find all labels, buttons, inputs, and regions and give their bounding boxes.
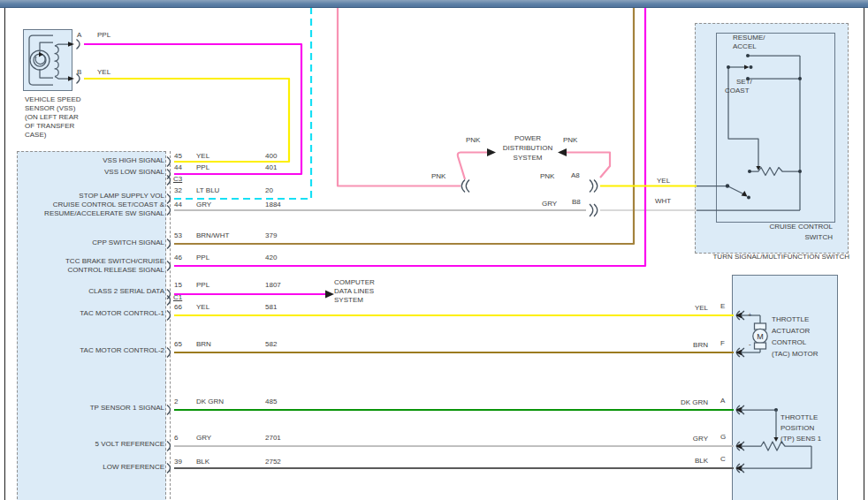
pcm-signal-label: LOW REFERENCE: [103, 463, 164, 471]
cruise-switch-name: CRUISE CONTROL: [769, 223, 833, 231]
wire-circuit-label: 485: [265, 398, 277, 405]
computer-data-lines-title: SYSTEM: [334, 296, 363, 304]
wire-color-label: PPL: [196, 281, 209, 289]
pcm-connector-c3-label: C3: [173, 175, 182, 183]
wire-pin-label: 6: [174, 434, 178, 442]
tp-sensor-name: (TP) SENS 1: [780, 435, 821, 443]
tac-motor-symbol: M: [741, 315, 767, 352]
terminal-letter-label: C: [720, 455, 726, 463]
wire-circuit-label: 2701: [265, 434, 281, 442]
tac-motor-name: THROTTLE: [772, 315, 809, 323]
set-coast-label: COAST: [725, 87, 750, 95]
wire-pin-label: 53: [174, 231, 182, 239]
wire-color-label: DK GRN: [196, 398, 224, 405]
pcm-signal-label: CPP SWITCH SIGNAL: [92, 239, 164, 246]
wire-pin-label: 39: [174, 458, 182, 466]
resume-accel-label: ACCEL: [733, 42, 757, 50]
wire-pin-label: 45: [174, 152, 182, 160]
wire-pin-label: 32: [174, 186, 182, 194]
terminal-wire-color-label: BLK: [695, 457, 708, 465]
pcm-connector-c1-label: C1: [173, 293, 182, 301]
vss-wire-a-color-label: PPL: [97, 31, 110, 39]
wire-pin-label: 46: [174, 254, 182, 261]
tac-motor-name: ACTUATOR: [772, 327, 810, 335]
vss-terminal-a-label: A: [77, 31, 81, 39]
pcm-signal-label: CLASS 2 SERIAL DATA: [88, 287, 164, 295]
wire-pin-label: 44: [174, 201, 182, 208]
wire-circuit-label: 581: [265, 303, 277, 311]
wire-circuit-label: 1884: [265, 201, 281, 208]
terminal-wire-color-label: BRN: [693, 341, 708, 349]
power-distribution-title: SYSTEM: [492, 154, 563, 162]
left-window-border: [4, 8, 5, 500]
turn-signal-switch-name: TURN SIGNAL/MULTIFUNCTION SWITCH: [712, 253, 849, 261]
tac-motor-name: (TAC) MOTOR: [772, 350, 819, 358]
wire-pin-label: 44: [174, 163, 182, 171]
pcm-pin-connector-arcs: [167, 157, 171, 473]
motor-plus-label: +: [748, 311, 752, 319]
terminal-wire-color-label: YEL: [695, 304, 708, 312]
computer-data-lines-title: COMPUTER: [334, 278, 375, 286]
wire-circuit-label: 401: [265, 163, 277, 171]
wire-color-label: GRY: [196, 201, 211, 208]
wire-color-label: PPL: [196, 254, 209, 261]
wire-color-label: PPL: [196, 163, 209, 171]
yel-wire-label: YEL: [657, 177, 670, 185]
power-distribution-title: POWER: [492, 134, 563, 142]
pcm-signal-label: STOP LAMP SUPPLY VOL: [79, 192, 164, 200]
terminal-letter-label: A: [720, 397, 725, 405]
computer-data-lines-title: DATA LINES: [334, 287, 374, 295]
wire-color-label: YEL: [196, 303, 209, 311]
wire-color-label: YEL: [196, 152, 209, 160]
vss-name-line: VEHICLE SPEED: [25, 95, 81, 103]
wire-circuit-label: 420: [265, 254, 277, 261]
wire-circuit-label: 582: [265, 340, 277, 348]
terminal-wire-color-label: DK GRN: [681, 398, 708, 406]
offpage-arrows: [325, 148, 567, 299]
vss-name-line: CASE): [25, 131, 46, 139]
wht-wire-label: WHT: [655, 197, 671, 205]
wire-color-label: BRN/WHT: [196, 231, 229, 239]
tp-sensor-name: POSITION: [780, 424, 814, 432]
wire-color-label: BLK: [196, 458, 209, 466]
gry-wire-label: GRY: [542, 200, 557, 208]
wire-pin-label: 2: [174, 398, 178, 405]
vss-name-line: (ON LEFT REAR: [25, 113, 79, 121]
pcm-signal-label: TP SENSOR 1 SIGNAL: [90, 404, 164, 412]
wire-pin-label: 66: [174, 303, 182, 311]
wiring-svg: M: [0, 0, 868, 500]
motor-minus-label: -: [749, 340, 751, 348]
pcm-signal-label: RESUME/ACCELERATE SW SIGNAL: [44, 209, 164, 217]
pnk-wire-label: PNK: [540, 172, 554, 180]
power-distribution-title: DISTRIBUTION: [492, 144, 563, 152]
pnk-wire-label: PNK: [431, 172, 445, 180]
terminal-letter-label: F: [720, 339, 725, 347]
terminal-letter-label: G: [720, 433, 726, 441]
wiring-diagram-viewport: M APPLBYELVEHICLE SPEEDSENSOR (VSS)(ON L…: [0, 0, 868, 500]
pnk-wire-label: PNK: [466, 136, 480, 144]
tp-sensor-name: THROTTLE: [780, 413, 818, 421]
wire-pin-label: 15: [174, 281, 182, 289]
tac-motor-letter: M: [757, 332, 764, 341]
cruise-switch-name: SWITCH: [804, 233, 833, 241]
wire-circuit-label: 2752: [265, 458, 281, 466]
window-titlebar-sliver: [0, 0, 868, 8]
vss-name-line: OF TRANSFER: [25, 122, 74, 130]
vss-terminal-b-label: B: [77, 68, 81, 76]
wire-circuit-label: 400: [265, 152, 277, 160]
pcm-signal-label: TAC MOTOR CONTROL-1: [80, 309, 164, 317]
wire-color-label: LT BLU: [196, 186, 219, 194]
wire-circuit-label: 1807: [265, 281, 281, 289]
wire-circuit-label: 379: [265, 231, 277, 239]
terminal-wire-color-label: GRY: [693, 435, 708, 443]
vss-sensor-symbol: [29, 35, 80, 85]
pcm-signal-label: TAC MOTOR CONTROL-2: [80, 346, 164, 354]
connector-b8-label: B8: [572, 198, 581, 206]
pcm-signal-label: 5 VOLT REFERENCE: [95, 440, 164, 448]
pcm-signal-label: VSS HIGH SIGNAL: [103, 156, 164, 164]
wire-color-label: GRY: [196, 434, 211, 442]
resume-accel-label: RESUME/: [733, 34, 765, 42]
right-window-border: [864, 8, 864, 500]
vss-name-line: SENSOR (VSS): [25, 104, 75, 112]
connector-a8-label: A8: [571, 171, 580, 179]
